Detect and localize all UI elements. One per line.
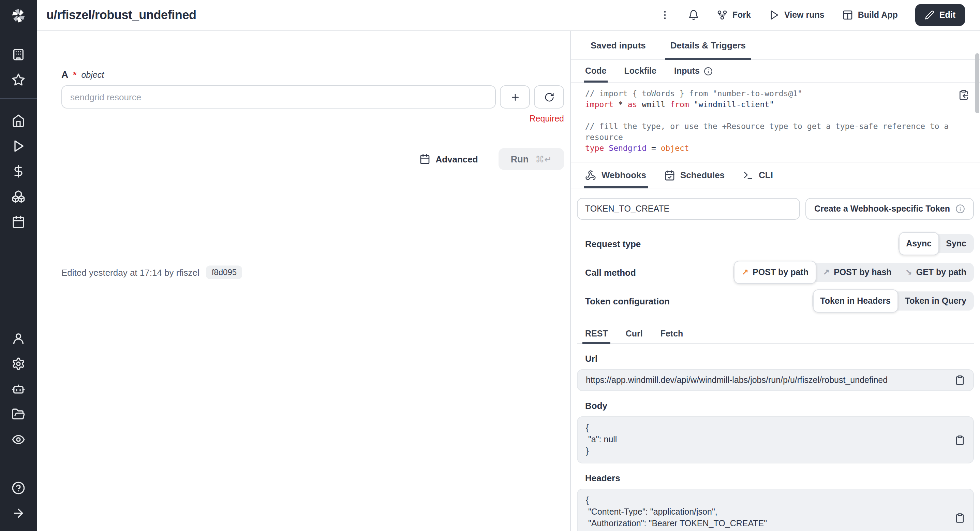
post-by-path-label: POST by path (752, 268, 808, 277)
webhooks-section: Create a Webhook-specific Token Request … (571, 188, 980, 531)
option-async[interactable]: Async (899, 232, 939, 255)
option-token-in-headers[interactable]: Token in Headers (813, 289, 898, 313)
home-icon[interactable] (7, 108, 30, 133)
schedules-label: Schedules (680, 170, 725, 180)
tab-code[interactable]: Code (585, 60, 607, 82)
token-config-label: Token configuration (585, 296, 670, 306)
copy-body-clipboard-icon[interactable] (955, 435, 965, 445)
runs-play-icon[interactable] (7, 133, 30, 158)
field-type: object (81, 70, 104, 80)
tab-webhooks[interactable]: Webhooks (585, 163, 646, 188)
url-label: Url (585, 354, 974, 364)
arrow-up-right-icon: ↗ (823, 268, 830, 276)
edit-button[interactable]: Edit (916, 4, 965, 26)
advanced-button[interactable]: Advanced (419, 153, 478, 164)
terminal-icon (742, 170, 753, 180)
schedules-calendar-icon[interactable] (7, 209, 30, 234)
tab-inputs[interactable]: Inputs (674, 60, 713, 82)
webhooks-label: Webhooks (601, 170, 646, 180)
webhook-icon (585, 170, 596, 180)
body-label: Body (585, 401, 974, 411)
run-form-area: A* object Required Advanced Run ⌘↵ Edi (37, 31, 570, 531)
option-post-by-hash[interactable]: ↗ POST by hash (816, 263, 899, 282)
tab-cli[interactable]: CLI (742, 163, 773, 188)
call-method-row: Call method ↗ POST by path ↗ POST by has… (577, 261, 974, 284)
view-runs-button[interactable]: View runs (768, 10, 824, 21)
favorites-star-icon[interactable] (7, 67, 30, 92)
body-value: { "a": null } (586, 423, 946, 457)
option-post-by-path[interactable]: ↗ POST by path (734, 261, 816, 284)
arrow-down-right-icon: ↘ (905, 268, 912, 276)
snippet-tabs: REST Curl Fetch (577, 324, 974, 344)
option-sync[interactable]: Sync (939, 234, 973, 253)
variables-dollar-icon[interactable] (7, 158, 30, 183)
tab-lockfile[interactable]: Lockfile (624, 60, 657, 82)
token-row: Create a Webhook-specific Token (577, 198, 974, 220)
folders-icon[interactable] (7, 401, 30, 427)
audit-logs-eye-icon[interactable] (7, 427, 30, 452)
tab-rest[interactable]: REST (585, 324, 608, 343)
copy-url-clipboard-icon[interactable] (955, 375, 965, 385)
run-button[interactable]: Run ⌘↵ (498, 148, 564, 170)
tab-schedules[interactable]: Schedules (664, 163, 725, 188)
run-row: Advanced Run ⌘↵ (61, 148, 564, 170)
add-resource-button[interactable] (500, 85, 530, 108)
settings-gear-icon[interactable] (7, 351, 30, 376)
play-icon (768, 10, 780, 21)
resource-input[interactable] (61, 85, 496, 108)
tab-details-triggers[interactable]: Details & Triggers (665, 31, 751, 59)
git-fork-icon (717, 10, 728, 21)
panel-tabs: Saved inputs Details & Triggers (571, 31, 980, 60)
windmill-app: u/rfiszel/robust_undefined Fork View run… (0, 0, 980, 531)
request-type-row: Request type Async Sync (577, 232, 974, 255)
headers-value: { "Content-Type": "application/json", "A… (586, 495, 946, 531)
edited-row: Edited yesterday at 17:14 by rfiszel f8d… (61, 266, 570, 279)
workers-robot-icon[interactable] (7, 376, 30, 401)
refresh-button[interactable] (534, 85, 564, 108)
call-method-toggle: ↗ POST by path ↗ POST by hash ↘ GET by p… (733, 263, 974, 282)
workspace-icon[interactable] (7, 41, 30, 67)
body-box: { "a": null } (577, 416, 974, 463)
field-input-row (61, 85, 564, 108)
notifications-bell-icon[interactable] (688, 10, 699, 21)
inputs-label: Inputs (674, 66, 700, 76)
panel-scrollbar[interactable] (975, 53, 979, 113)
details-panel: Saved inputs Details & Triggers Code Loc… (570, 31, 980, 531)
copy-headers-clipboard-icon[interactable] (955, 513, 965, 523)
version-badge[interactable]: f8d095 (206, 266, 242, 279)
token-input[interactable] (577, 198, 800, 220)
users-icon[interactable] (7, 325, 30, 351)
option-token-in-query[interactable]: Token in Query (898, 292, 973, 311)
page-title: u/rfiszel/robust_undefined (46, 8, 196, 22)
fork-button[interactable]: Fork (717, 10, 751, 21)
resources-boxes-icon[interactable] (7, 183, 30, 209)
run-shortcut: ⌘↵ (535, 154, 552, 164)
post-by-hash-label: POST by hash (834, 268, 892, 277)
view-runs-label: View runs (784, 10, 824, 20)
expand-sidebar-arrow-icon[interactable] (7, 500, 30, 526)
tab-saved-inputs[interactable]: Saved inputs (585, 31, 651, 59)
copy-code-icon[interactable] (958, 89, 969, 100)
info-icon (704, 67, 713, 75)
build-app-button[interactable]: Build App (842, 10, 898, 21)
more-options-kebab-icon[interactable] (659, 10, 670, 21)
build-app-label: Build App (858, 10, 898, 20)
create-webhook-token-button[interactable]: Create a Webhook-specific Token (805, 198, 974, 220)
call-method-label: Call method (585, 267, 636, 277)
advanced-calendar-icon (419, 153, 430, 164)
windmill-logo-icon[interactable] (9, 6, 28, 25)
required-asterisk: * (73, 70, 76, 80)
run-label: Run (511, 154, 529, 164)
tab-fetch[interactable]: Fetch (660, 324, 683, 343)
advanced-label: Advanced (436, 154, 478, 164)
request-type-label: Request type (585, 239, 641, 249)
info-icon (955, 204, 965, 214)
option-get-by-path[interactable]: ↘ GET by path (899, 263, 973, 282)
trigger-tabs: Webhooks Schedules CLI (571, 163, 980, 188)
headers-box: { "Content-Type": "application/json", "A… (577, 489, 974, 531)
request-type-toggle: Async Sync (898, 234, 974, 253)
field-label: A* object (61, 69, 570, 80)
get-by-path-label: GET by path (916, 268, 966, 277)
tab-curl[interactable]: Curl (626, 324, 643, 343)
help-icon[interactable] (7, 475, 30, 500)
